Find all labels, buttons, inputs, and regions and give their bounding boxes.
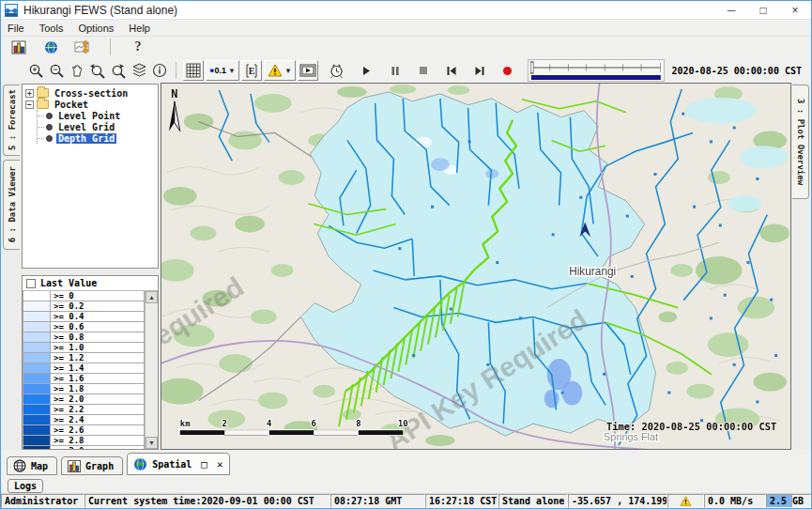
tree-leaf-label[interactable]: Level Point xyxy=(56,111,122,121)
legend-entry[interactable]: >= 2.0 xyxy=(23,394,145,405)
map-globe-icon[interactable] xyxy=(40,37,61,57)
zoom-next-icon[interactable] xyxy=(108,60,129,81)
folder-icon xyxy=(37,100,49,109)
last-value-checkbox[interactable] xyxy=(26,279,36,288)
legend-entry[interactable]: >= 1.8 xyxy=(23,384,145,394)
tab-spatial[interactable]: Spatial □ ✕ xyxy=(127,453,229,475)
status-system-time: Current system time:2020-09-01 00:00 CST xyxy=(84,494,330,508)
legend-label: >= 2.4 xyxy=(51,415,145,425)
help-icon[interactable]: ? xyxy=(128,37,148,57)
pause-icon[interactable] xyxy=(385,60,406,81)
svg-text:6: 6 xyxy=(312,419,316,428)
skip-start-icon[interactable] xyxy=(441,60,462,81)
play-icon[interactable] xyxy=(357,60,377,81)
skip-end-icon[interactable] xyxy=(469,60,490,81)
legend-swatch xyxy=(23,394,51,405)
menu-tools[interactable]: Tools xyxy=(39,23,64,34)
menu-help[interactable]: Help xyxy=(129,23,150,34)
legend-entry[interactable]: >= 1.4 xyxy=(23,363,145,374)
status-local-time: 16:27:18 CST xyxy=(425,494,498,508)
town-label: Hikurangi xyxy=(569,265,616,278)
legend-entry[interactable]: >= 2.6 xyxy=(23,425,145,436)
label-toggle-icon[interactable]: E xyxy=(241,60,262,81)
layers-icon[interactable] xyxy=(129,60,149,81)
zoom-out-icon[interactable] xyxy=(46,60,67,81)
map-canvas[interactable]: API Key Required API Key Required Hikura… xyxy=(161,84,790,449)
left-panel: +Cross-section−PocketLevel PointLevel Gr… xyxy=(21,83,161,450)
tree-leaf-label[interactable]: Level Grid xyxy=(56,122,116,132)
legend-swatch xyxy=(23,374,51,384)
collapse-icon[interactable]: − xyxy=(25,100,34,109)
menu-options[interactable]: Options xyxy=(78,23,114,34)
warning-icon xyxy=(680,496,692,506)
current-time-label: 2020-08-25 00:00:00 CST xyxy=(672,66,802,76)
legend-label: >= 0.2 xyxy=(51,301,145,312)
close-button[interactable]: × xyxy=(779,1,811,19)
time-slider-track[interactable] xyxy=(530,61,662,80)
legend-entry[interactable]: >= 0.2 xyxy=(23,301,145,312)
legend-swatch xyxy=(23,322,51,332)
record-icon[interactable] xyxy=(498,60,518,81)
legend-swatch xyxy=(23,343,51,353)
legend-swatch xyxy=(23,446,51,449)
scroll-up-icon[interactable]: ▲ xyxy=(146,291,158,303)
legend-entry[interactable]: >= 1.6 xyxy=(23,374,145,384)
stop-icon[interactable] xyxy=(413,60,434,81)
maximize-button[interactable]: □ xyxy=(747,1,779,19)
zoom-in-icon[interactable] xyxy=(25,60,46,81)
timer-icon[interactable] xyxy=(327,60,347,81)
legend-scrollbar[interactable]: ▲ ▼ xyxy=(145,291,158,449)
legend-swatch xyxy=(23,291,51,301)
minimize-button[interactable]: ─ xyxy=(715,1,747,19)
legend-entry[interactable]: >= 0.4 xyxy=(23,312,145,322)
tab-forecast[interactable]: 5 : Forecast xyxy=(3,85,20,156)
tab-map[interactable]: Map xyxy=(7,456,57,475)
legend-label: >= 2.0 xyxy=(51,394,145,405)
legend-entry[interactable]: >= 1.2 xyxy=(23,353,145,363)
tree-leaf[interactable]: Level Grid xyxy=(38,121,158,132)
tree-node-label[interactable]: Cross-section xyxy=(53,88,130,99)
legend-entry[interactable]: >= 1.0 xyxy=(23,343,145,353)
longitudinal-profile-icon[interactable] xyxy=(72,37,93,57)
legend-swatch xyxy=(23,425,51,436)
interval-dropdown[interactable]: ● 0.1 ▼ xyxy=(206,60,239,81)
legend-label: >= 3.0 xyxy=(51,446,145,449)
scroll-down-icon[interactable]: ▼ xyxy=(146,437,158,449)
tree-node[interactable]: −Pocket xyxy=(24,99,158,110)
legend-entry[interactable]: >= 0.8 xyxy=(23,332,145,343)
time-slider-thumb[interactable] xyxy=(530,62,533,73)
legend-entry[interactable]: >= 2.2 xyxy=(23,405,145,415)
timeseries-chart-icon[interactable] xyxy=(8,37,29,57)
tree[interactable]: +Cross-section−PocketLevel PointLevel Gr… xyxy=(22,84,159,269)
legend-entry[interactable]: >= 2.4 xyxy=(23,415,145,425)
left-tab-strip: 5 : Forecast 6 : Data Viewer xyxy=(1,83,21,450)
info-icon[interactable] xyxy=(149,60,170,81)
tree-leaf[interactable]: Depth Grid xyxy=(38,132,158,144)
close-panel-icon[interactable]: ✕ xyxy=(217,458,223,470)
restore-panel-icon[interactable]: □ xyxy=(201,458,207,470)
expand-icon[interactable]: + xyxy=(25,89,34,98)
menu-file[interactable]: File xyxy=(8,23,24,34)
legend-entry[interactable]: >= 2.8 xyxy=(23,436,145,446)
tab-plot-overview[interactable]: 3 : Plot Overview xyxy=(792,85,809,199)
legend-entry[interactable]: >= 0 xyxy=(23,291,145,301)
status-coordinates: -35.657 , 174.199 xyxy=(568,494,667,508)
tree-leaf[interactable]: Level Point xyxy=(38,110,158,121)
tab-data-viewer[interactable]: 6 : Data Viewer xyxy=(3,160,20,250)
pan-icon[interactable] xyxy=(67,60,87,81)
legend-entry[interactable]: >= 0.6 xyxy=(23,322,145,332)
animation-icon[interactable] xyxy=(298,60,318,81)
legend-swatch xyxy=(23,384,51,394)
legend-entry[interactable]: >= 3.0 xyxy=(23,446,145,449)
grid-display-icon[interactable] xyxy=(183,60,204,81)
tree-leaf-label[interactable]: Depth Grid xyxy=(56,133,116,144)
warning-threshold-icon[interactable]: ▼ xyxy=(264,60,296,81)
logs-button[interactable]: Logs xyxy=(8,479,43,493)
legend-swatch xyxy=(23,332,51,343)
time-slider[interactable] xyxy=(528,59,665,82)
map-toolbar: ● 0.1 ▼ E ▼ xyxy=(1,57,811,85)
zoom-previous-icon[interactable] xyxy=(87,60,108,81)
tab-graph[interactable]: Graph xyxy=(61,456,123,475)
flat-label: Springs Flat xyxy=(604,431,658,442)
tree-node-label[interactable]: Pocket xyxy=(53,100,90,110)
